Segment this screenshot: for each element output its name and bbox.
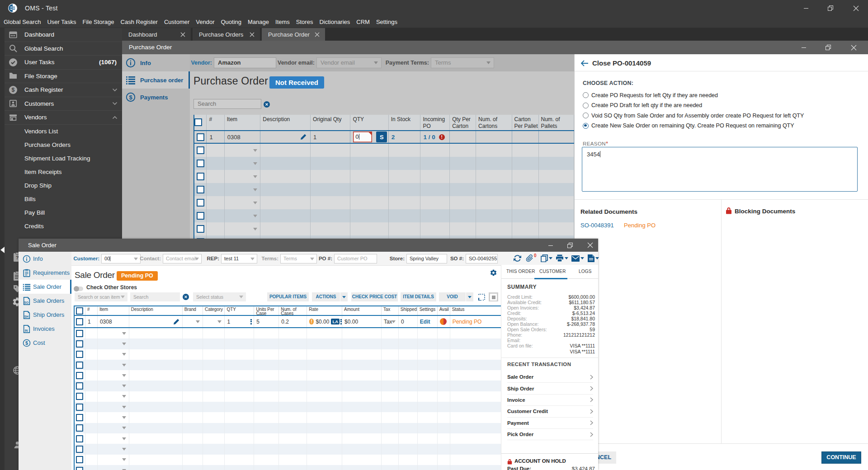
po-nav-item[interactable]: Info [122,54,190,71]
menu-item[interactable]: Quoting [217,16,245,28]
void-button[interactable]: VOID [439,292,466,301]
chevron-down-icon[interactable] [253,149,257,152]
continue-button[interactable]: CONTINUE [821,451,861,464]
so-nav-item[interactable]: $ Cost [19,336,71,350]
chevron-down-icon[interactable] [253,162,257,165]
sidebar-subitem[interactable]: Purchase Orders [5,138,122,152]
chevron-down-icon[interactable] [122,374,126,377]
void-caret-button[interactable] [466,292,473,301]
so-empty-row[interactable] [75,360,501,370]
so-nav-item[interactable]: IN Invoices [19,322,71,336]
so-empty-row[interactable] [75,433,501,444]
po-search-input[interactable]: Search [193,99,261,109]
row-checkbox[interactable] [197,186,204,193]
radio-option[interactable]: Create PO Draft for left qty if the are … [583,102,702,109]
tab-close-icon[interactable] [180,32,185,37]
menu-item[interactable]: Dictionaries [316,16,353,28]
row-checkbox[interactable] [76,446,83,453]
menu-item[interactable]: Cash Register [118,16,161,28]
recent-transaction-item[interactable]: Pick Order [507,429,593,440]
pencil-icon[interactable] [300,134,307,140]
row-checkbox[interactable] [76,330,83,337]
po-empty-row[interactable] [194,196,574,209]
chevron-down-icon[interactable] [253,188,257,191]
row-checkbox[interactable] [76,362,83,369]
tab[interactable]: Dashboard [122,28,191,41]
po-close-button[interactable] [843,41,864,54]
tab-customer[interactable]: CUSTOMER [539,265,566,278]
tab-close-icon[interactable] [250,32,255,37]
sidebar-subitem[interactable]: Drop Ship [5,179,122,193]
pencil-icon[interactable] [173,319,179,325]
clear-search-icon[interactable] [264,101,270,108]
actions-button[interactable]: ACTIONS [312,292,340,301]
po-restore-button[interactable] [818,41,839,54]
row-checkbox[interactable] [197,199,204,207]
chevron-down-icon[interactable] [122,364,126,367]
menu-item[interactable]: Customer [161,16,193,28]
vendor-input[interactable]: Amazon [214,57,276,68]
row-checkbox[interactable] [76,351,83,358]
recent-transaction-item[interactable]: Invoice [507,395,593,406]
actions-caret-button[interactable] [340,292,348,301]
po-minimize-button[interactable] [793,41,814,54]
so-nav-item[interactable]: Sale Order [19,280,71,294]
chevron-down-icon[interactable] [122,448,126,451]
columns-icon[interactable] [489,292,498,301]
so-nav-item[interactable]: SO Sale Orders [19,294,71,308]
minimize-button[interactable] [796,0,816,16]
menu-item[interactable]: Settings [373,16,401,28]
so-nav-item[interactable]: SH Ship Orders [19,308,71,322]
sidebar-subitem[interactable]: Credits [5,220,122,233]
so-empty-row[interactable] [75,444,501,454]
search-scan-input[interactable]: Search or scan item [75,292,127,301]
chevron-down-icon[interactable] [253,228,257,230]
la-badge[interactable]: LA [331,319,340,324]
menu-item[interactable]: File Storage [79,16,117,28]
menu-item[interactable]: Global Search [0,16,44,28]
po-empty-row[interactable] [194,209,574,222]
sidebar-item[interactable]: Dashboard [5,28,122,42]
qty-input[interactable]: 0 [353,132,372,142]
so-empty-row[interactable] [75,412,501,423]
so-minimize-button[interactable] [542,239,560,252]
chevron-down-icon[interactable] [122,416,126,419]
row-checkbox[interactable] [197,146,204,154]
so-empty-row[interactable] [75,349,501,360]
row-checkbox[interactable] [76,424,83,432]
radio-option[interactable]: Create PO Requests for left Qty if they … [583,92,718,99]
marquee-select-icon[interactable] [478,292,486,301]
sidebar-item[interactable]: Customers [5,97,122,111]
clear-search-icon[interactable] [183,294,189,300]
sidebar-subitem[interactable]: Vendors List [5,125,122,138]
chevron-down-icon[interactable] [253,175,257,178]
recent-transaction-item[interactable]: Ship Order [507,383,593,394]
restore-button[interactable] [820,0,841,16]
menu-item[interactable]: Stores [293,16,316,28]
rate-menu-icon[interactable] [340,319,342,324]
row-checkbox[interactable] [197,173,204,180]
sidebar-collapse-icon[interactable] [0,247,5,253]
edit-link[interactable]: Edit [420,319,430,325]
sidebar-subitem[interactable]: Pay Bill [5,206,122,220]
chevron-down-icon[interactable] [122,343,126,345]
so-empty-row[interactable] [75,423,501,433]
print-icon[interactable] [556,254,568,262]
menu-item[interactable]: CRM [353,16,373,28]
row-checkbox[interactable] [76,372,83,379]
row-checkbox[interactable] [76,382,83,390]
sidebar-subitem[interactable]: Item Receipts [5,165,122,179]
recent-transaction-item[interactable]: Customer Credit [507,406,593,417]
row-checkbox[interactable] [197,133,204,141]
po-table-row[interactable]: 1 0308 1 0S 2 1 / 0! [194,130,574,144]
radio-option[interactable]: Void SO Qty from Sale Order and for Asse… [583,112,804,119]
so-empty-row[interactable] [75,328,501,338]
po-nav-item[interactable]: $ Payments [122,89,190,106]
select-all-checkbox[interactable] [194,118,202,126]
paperclip-icon[interactable]: 0 [526,254,537,262]
row-checkbox[interactable] [197,225,204,233]
chevron-down-icon[interactable] [122,395,126,398]
chevron-down-icon[interactable] [253,215,257,217]
menu-item[interactable]: Vendor [193,16,217,28]
recent-transaction-item[interactable]: Payment [507,418,593,429]
